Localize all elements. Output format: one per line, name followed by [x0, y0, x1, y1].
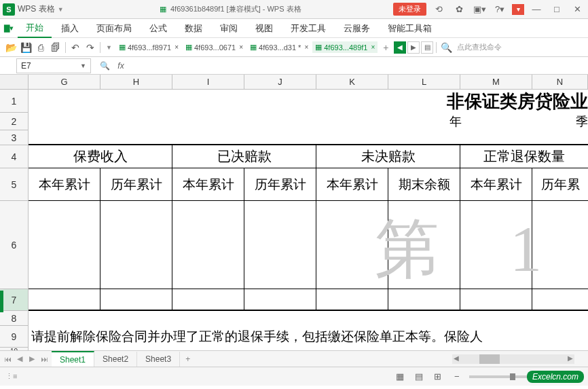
sub-k5[interactable]: 本年累计 [316, 168, 388, 200]
menubar: ▇▾ 开始 插入 页面布局 公式 数据 审阅 视图 开发工具 云服务 智能工具箱 [0, 19, 588, 38]
title-cell[interactable]: 非保证类房贷险业 [29, 90, 588, 113]
menu-start[interactable]: 开始 [18, 19, 52, 38]
sub-i5[interactable]: 本年累计 [172, 168, 244, 200]
col-header-l[interactable]: L [388, 75, 460, 89]
separator [436, 42, 437, 53]
search-icon[interactable]: 🔍 [439, 41, 453, 54]
menu-layout[interactable]: 页面布局 [88, 20, 140, 37]
col-header-j[interactable]: J [244, 75, 316, 89]
row-header-8[interactable]: 8 [0, 311, 28, 326]
col-header-h[interactable]: H [100, 75, 172, 89]
add-tab-icon[interactable]: + [379, 41, 392, 54]
zoom-out-icon[interactable]: − [450, 371, 464, 382]
minimize-icon[interactable]: — [528, 3, 545, 16]
settings-icon[interactable]: ✿ [451, 3, 467, 16]
sub-m5[interactable]: 本年累计 [460, 168, 532, 200]
nav-prev-icon[interactable]: ◀ [394, 41, 406, 54]
row-header-5[interactable]: 5 [0, 168, 28, 201]
preview-icon[interactable]: 🗐 [49, 41, 62, 54]
menu-data[interactable]: 数据 [177, 20, 210, 37]
view-break-icon[interactable]: ⊞ [431, 371, 445, 382]
menu-toolbox[interactable]: 智能工具箱 [380, 20, 440, 37]
caret-icon[interactable]: ▾ [512, 4, 524, 15]
col-header-k[interactable]: K [316, 75, 388, 89]
search-fx-icon[interactable]: 🔍 [96, 59, 113, 73]
sheet-tab-2[interactable]: Sheet2 [94, 352, 137, 367]
file-tab-2[interactable]: ▦4f693...0671× [183, 41, 246, 53]
sheet-prev-icon[interactable]: ◀ [15, 354, 24, 364]
wps-logo-icon: S [3, 3, 15, 16]
skin-icon[interactable]: ▣▾ [471, 3, 488, 16]
select-all-corner[interactable] [0, 75, 29, 90]
row-header-10[interactable]: 10 [0, 348, 28, 350]
save-icon[interactable]: 💾 [19, 41, 33, 54]
scroll-thumb[interactable] [479, 354, 500, 364]
login-badge[interactable]: 未登录 [393, 3, 426, 16]
sub-l5[interactable]: 期末余额 [388, 168, 460, 200]
col-header-m[interactable]: M [460, 75, 532, 89]
dropdown-icon[interactable]: ▼ [58, 6, 64, 13]
sheet-last-icon[interactable]: ⏭ [39, 354, 49, 364]
formula-input[interactable] [129, 58, 588, 73]
col-header-g[interactable]: G [29, 75, 100, 89]
sub-j5[interactable]: 历年累计 [244, 168, 316, 200]
row-header-3[interactable]: 3 [0, 130, 28, 145]
row-header-4[interactable]: 4 [0, 145, 28, 168]
menu-view[interactable]: 视图 [247, 20, 281, 37]
add-sheet-icon[interactable]: + [180, 352, 196, 367]
print-icon[interactable]: ⎙ [34, 41, 48, 54]
close-icon: × [304, 43, 308, 51]
horizontal-scrollbar[interactable]: ◀ ▶ [452, 354, 574, 364]
file-tab-1[interactable]: ▦4f693...f8971× [116, 41, 181, 53]
header-pending[interactable]: 未决赔款 [316, 145, 460, 168]
help-icon[interactable]: ?▾ [492, 3, 508, 16]
file-tab-3[interactable]: ▦4f693...d31 *× [247, 41, 311, 53]
maximize-icon[interactable]: □ [549, 3, 565, 16]
sheet-tab-3[interactable]: Sheet3 [137, 352, 180, 367]
sheet-next-icon[interactable]: ▶ [27, 354, 37, 364]
dropdown-icon[interactable]: ▼ [80, 62, 86, 69]
menu-dev[interactable]: 开发工具 [282, 20, 334, 37]
row-header-2[interactable]: 2 [0, 113, 28, 130]
app-name: WPS 表格 [18, 3, 55, 15]
menu-formula[interactable]: 公式 [141, 20, 175, 37]
col-header-i[interactable]: I [172, 75, 244, 89]
undo-icon[interactable]: ↶ [69, 41, 82, 54]
menu-review[interactable]: 审阅 [212, 20, 246, 37]
view-normal-icon[interactable]: ▦ [393, 371, 407, 382]
row-header-1[interactable]: 1 [0, 90, 28, 113]
row-header-9[interactable]: 9 [0, 326, 28, 348]
col-header-n[interactable]: N [532, 75, 588, 89]
fx-icon[interactable]: fx [113, 59, 129, 73]
spreadsheet-grid[interactable]: G H I J K L M N 1 2 3 4 5 6 7 8 9 10 非保证… [0, 75, 588, 350]
search-hint[interactable]: 点此查找命令 [457, 42, 502, 52]
zoom-thumb[interactable] [510, 373, 515, 380]
menu-insert[interactable]: 插入 [53, 20, 87, 37]
header-premium[interactable]: 保费收入 [29, 145, 172, 168]
name-box[interactable]: E7 ▼ [16, 58, 91, 73]
row-header-7[interactable]: 7 [0, 289, 28, 311]
sub-g5[interactable]: 本年累计 [29, 168, 100, 200]
header-settled[interactable]: 已决赔款 [172, 145, 316, 168]
menu-cloud[interactable]: 云服务 [335, 20, 378, 37]
view-page-icon[interactable]: ▤ [412, 371, 426, 382]
close-icon[interactable]: ✕ [569, 3, 585, 16]
year-cell[interactable]: 年 [420, 113, 492, 130]
sub-h5[interactable]: 历年累计 [100, 168, 172, 200]
nav-next-icon[interactable]: ▶ [407, 41, 420, 54]
sub-n5[interactable]: 历年累 [532, 168, 588, 200]
row-header-6[interactable]: 6 [0, 201, 28, 289]
nav-list-icon[interactable]: ▤ [421, 41, 433, 54]
note-text[interactable]: 请提前解除保险合同并办理了正常的退保手续，包括缴还保险单正本等。保险人 [29, 326, 588, 348]
menu-dropdown-icon[interactable]: ▇▾ [4, 24, 14, 33]
toolbar-dropdown-icon[interactable]: ▼ [106, 44, 112, 51]
sheet-tab-1[interactable]: Sheet1 [52, 351, 94, 367]
redo-icon[interactable]: ↷ [84, 41, 97, 54]
status-menu-icon[interactable]: ⋮≡ [5, 372, 17, 381]
file-tab-4[interactable]: ▦4f693...489f1× [312, 41, 378, 53]
quarter-cell[interactable]: 季 [492, 113, 588, 130]
header-surrender[interactable]: 正常退保数量 [460, 145, 588, 168]
sync-icon[interactable]: ⟲ [430, 3, 447, 16]
open-icon[interactable]: 📂 [4, 41, 18, 54]
sheet-first-icon[interactable]: ⏮ [3, 354, 12, 364]
